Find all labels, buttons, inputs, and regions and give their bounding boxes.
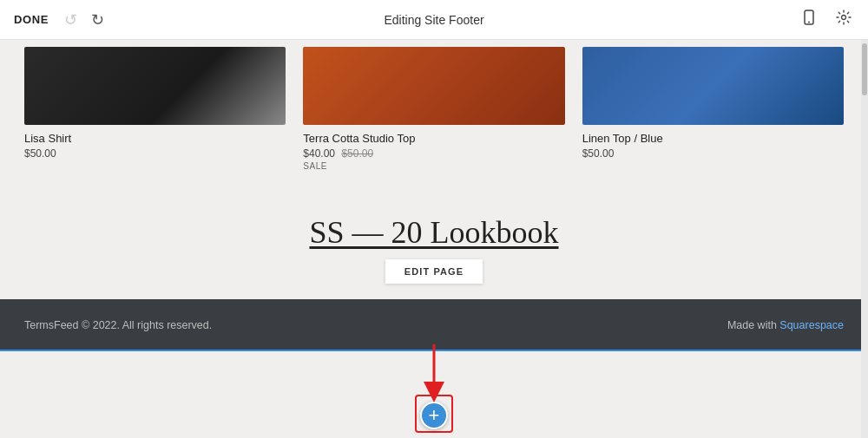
main-content: Lisa Shirt $50.00 Terra Cotta Studio Top… <box>0 40 868 438</box>
undo-redo-group: ↺ ↻ <box>61 9 108 31</box>
undo-button[interactable]: ↺ <box>61 9 81 31</box>
footer-made-with-prefix: Made with <box>727 319 779 331</box>
footer-squarespace-link[interactable]: Squarespace <box>779 319 844 331</box>
redo-button[interactable]: ↻ <box>88 9 108 31</box>
product-image-1 <box>303 47 564 125</box>
toolbar: DONE ↺ ↻ Editing Site Footer <box>0 0 868 40</box>
scrollbar[interactable] <box>861 40 868 438</box>
lookbook-title: SS — 20 Lookbook <box>0 214 868 251</box>
toolbar-left: DONE ↺ ↻ <box>14 9 108 31</box>
add-block-button[interactable]: + <box>420 402 448 429</box>
mobile-preview-button[interactable] <box>799 7 819 32</box>
sale-price-1: $40.00 <box>303 147 335 160</box>
product-image-2 <box>582 47 844 125</box>
footer-copyright: TermsFeed © 2022. All rights reserved. <box>24 319 212 331</box>
settings-button[interactable] <box>833 7 854 32</box>
original-price-1: $50.00 <box>341 147 373 160</box>
products-section: Lisa Shirt $50.00 Terra Cotta Studio Top… <box>0 40 868 197</box>
footer-highlight-line <box>0 350 868 351</box>
arrow-annotation <box>408 344 460 405</box>
edit-page-button[interactable]: EDIT PAGE <box>385 259 483 284</box>
lookbook-section: SS — 20 Lookbook EDIT PAGE <box>0 197 868 299</box>
product-price-0: $50.00 <box>24 147 286 160</box>
toolbar-right <box>799 7 854 32</box>
scrollbar-thumb <box>862 43 867 95</box>
product-name-1: Terra Cotta Studio Top <box>303 132 564 145</box>
product-card-0: Lisa Shirt $50.00 <box>24 47 286 171</box>
product-card-1: Terra Cotta Studio Top $40.00 $50.00 SAL… <box>303 47 564 171</box>
toolbar-title: Editing Site Footer <box>384 13 483 27</box>
footer-made-with: Made with Squarespace <box>727 319 844 331</box>
product-name-2: Linen Top / Blue <box>582 132 844 145</box>
product-image-0 <box>24 47 286 125</box>
product-name-0: Lisa Shirt <box>24 132 286 145</box>
svg-point-2 <box>842 16 846 20</box>
product-price-2: $50.00 <box>582 147 844 160</box>
product-card-2: Linen Top / Blue $50.00 <box>582 47 844 171</box>
sale-badge-1: SALE <box>303 161 564 171</box>
add-block-button-container: + <box>420 402 448 429</box>
done-button[interactable]: DONE <box>14 13 49 26</box>
svg-point-1 <box>808 22 810 23</box>
site-footer: TermsFeed © 2022. All rights reserved. M… <box>0 299 868 351</box>
product-price-1: $40.00 $50.00 <box>303 147 564 160</box>
